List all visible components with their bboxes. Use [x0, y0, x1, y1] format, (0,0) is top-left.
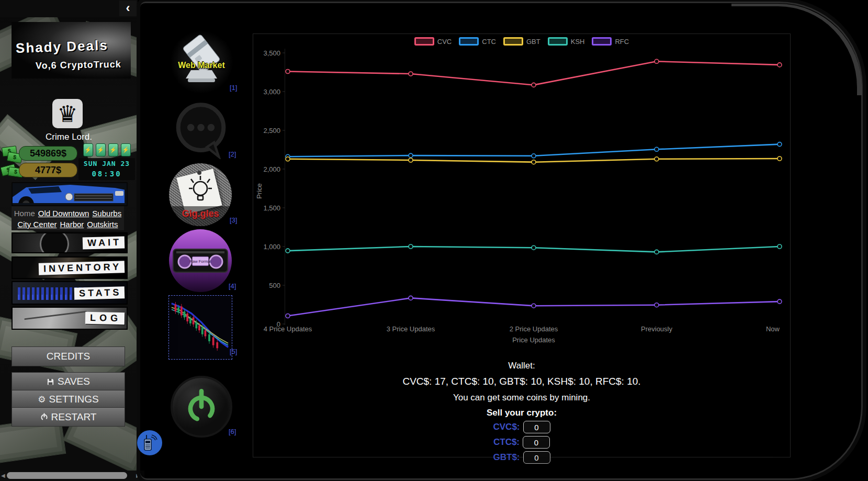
svg-text:Previously: Previously	[641, 325, 672, 333]
power-symbol-icon	[181, 386, 222, 427]
chat-bubble-icon	[171, 99, 231, 159]
energy-cans: ⚡⚡⚡⚡	[78, 143, 135, 156]
app-web-market[interactable]: Web Market	[170, 30, 233, 93]
vhs-tape-icon: Raw Format	[169, 229, 232, 292]
game-subtitle: Vo,6 CryptoTruck	[36, 59, 121, 72]
wait-button[interactable]: WAIT	[12, 232, 128, 253]
hotkey-6: [6]	[229, 428, 236, 435]
sell-label-gbt: GBT$:	[493, 452, 520, 463]
sell-input-ctc[interactable]	[523, 436, 550, 449]
raw-format-label: Raw Format	[190, 259, 212, 264]
web-market-label: Web Market	[170, 61, 233, 70]
restart-label: RESTART	[51, 411, 97, 423]
settings-label: SETTINGS	[49, 394, 99, 405]
hotkey-3: [3]	[230, 216, 237, 224]
svg-text:3,500: 3,500	[263, 49, 280, 57]
wallet-section: Wallet: CVC$: 17, CTC$: 10, GBT$: 10, KS…	[253, 361, 790, 464]
log-button[interactable]: LOG	[12, 307, 128, 330]
svg-text:Price Updates: Price Updates	[512, 336, 555, 344]
svg-text:4 Price Updates: 4 Price Updates	[264, 325, 312, 333]
floppy-icon	[47, 378, 54, 386]
sell-input-cvc[interactable]	[523, 421, 550, 433]
app-power-button[interactable]	[171, 376, 232, 438]
vehicle-image	[12, 182, 128, 206]
sell-row: CTC$:	[253, 436, 790, 449]
nav-link-old-downtown[interactable]: Old Downtown	[38, 209, 89, 218]
svg-text:500: 500	[269, 282, 280, 289]
svg-text:2 Price Updates: 2 Price Updates	[510, 325, 558, 333]
settings-button[interactable]: ⚙ SETTINGS	[12, 390, 125, 409]
nav-link-home: Home	[14, 209, 35, 218]
svg-text:3,000: 3,000	[263, 88, 280, 96]
hotkey-1: [1]	[230, 84, 237, 92]
sell-label-ctc: CTC$:	[493, 437, 520, 448]
nav-link-outskirts[interactable]: Outskirts	[87, 220, 118, 229]
power-icon	[40, 413, 48, 421]
crypto-market-panel: CVCCTCGBTKSHRFC 05001,0001,5002,0002,500…	[253, 33, 791, 457]
credits-button[interactable]: CREDITS	[12, 346, 125, 366]
saves-button[interactable]: SAVES	[12, 372, 125, 391]
log-label: LOG	[85, 312, 125, 325]
app-messenger[interactable]	[171, 99, 231, 159]
saves-label: SAVES	[58, 376, 90, 387]
credits-label: CREDITS	[47, 351, 90, 362]
crown-icon: ♛	[57, 101, 77, 127]
energy-can-icon: ⚡	[108, 143, 118, 156]
truck-drawing	[13, 183, 125, 203]
app-giggles[interactable]: Gig.gles	[169, 163, 232, 226]
svg-text:3 Price Updates: 3 Price Updates	[387, 325, 435, 333]
hotkey-4: [4]	[229, 282, 236, 290]
walkie-talkie-icon	[142, 434, 157, 452]
svg-text:2,500: 2,500	[263, 127, 280, 135]
candlestick-chart-icon	[170, 296, 229, 356]
crypto-cash-balance: 4777$	[19, 163, 77, 177]
cash-balance: 549869$	[19, 146, 77, 161]
svg-text:2,000: 2,000	[263, 165, 280, 173]
horizontal-scrollbar[interactable]: ◀ ▶	[0, 471, 144, 481]
scrollbar-thumb[interactable]	[7, 472, 127, 479]
location-nav: HomeOld DowntownSuburbs City CenterHarbo…	[12, 206, 124, 230]
svg-text:1,000: 1,000	[263, 243, 280, 251]
app-crypto-market-selected[interactable]	[168, 295, 232, 360]
location-nav-row2: City CenterHarborOutskirts	[12, 219, 124, 230]
stats-label: STATS	[74, 286, 125, 300]
sell-input-gbt[interactable]	[523, 451, 550, 464]
pencil-decor	[24, 311, 86, 320]
walkie-talkie-badge[interactable]	[137, 430, 162, 455]
energy-can-icon: ⚡	[96, 143, 106, 156]
energy-can-icon: ⚡	[83, 143, 93, 156]
price-chart: 05001,0001,5002,0002,5003,0003,500Price4…	[253, 34, 790, 353]
time-label: 08:30	[78, 170, 135, 178]
giggles-label: Gig.gles	[169, 208, 232, 219]
gear-icon: ⚙	[38, 394, 46, 405]
inventory-label: INVENTORY	[39, 261, 125, 275]
wallet-balances: CVC$: 17, CTC$: 10, GBT$: 10, KSH$: 10, …	[253, 376, 790, 387]
game-title: Shady Deals	[16, 37, 109, 57]
mining-hint: You can get some coins by mining.	[253, 393, 790, 403]
sidebar-collapse-button[interactable]: ‹	[119, 1, 137, 16]
sell-label-cvc: CVC$:	[493, 422, 520, 432]
player-rank-label: Crime Lord.	[0, 132, 138, 142]
svg-text:Price: Price	[255, 183, 263, 199]
sell-rows: CVC$:CTC$:GBT$:	[253, 421, 790, 464]
restart-button[interactable]: RESTART	[12, 407, 125, 427]
hotkey-5: [5]	[230, 348, 237, 355]
game-logo: Shady Deals Vo,6 CryptoTruck	[12, 22, 131, 79]
wait-label: WAIT	[83, 236, 125, 249]
svg-text:1,500: 1,500	[263, 204, 280, 212]
nav-link-city-center[interactable]: City Center	[17, 220, 57, 229]
scroll-left-icon[interactable]: ◀	[1, 473, 5, 478]
nav-link-harbor[interactable]: Harbor	[60, 220, 84, 229]
hotkey-2: [2]	[229, 150, 236, 158]
sidebar: Shady Deals Vo,6 CryptoTruck ♛ Crime Lor…	[0, 0, 138, 481]
nav-link-suburbs[interactable]: Suburbs	[92, 209, 121, 218]
sell-row: CVC$:	[253, 421, 790, 433]
inventory-button[interactable]: INVENTORY	[12, 256, 128, 279]
svg-text:Now: Now	[766, 325, 780, 333]
sell-row: GBT$:	[253, 451, 790, 464]
datetime-box: SUN JAN 23 08:30	[78, 158, 135, 180]
stats-button[interactable]: STATS	[12, 281, 128, 305]
scroll-right-icon[interactable]: ▶	[136, 473, 140, 478]
app-raw-format[interactable]: Raw Format	[169, 229, 232, 292]
energy-can-icon: ⚡	[121, 143, 131, 156]
